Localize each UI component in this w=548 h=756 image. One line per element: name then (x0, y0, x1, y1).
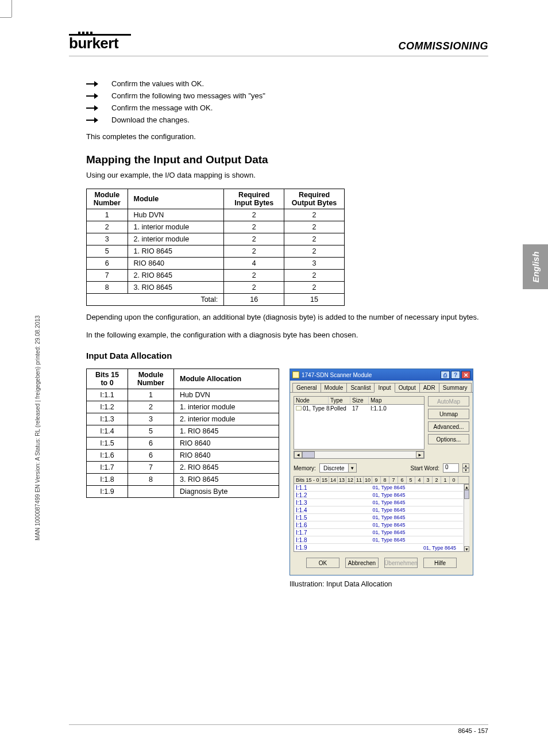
table-row: 1Hub DVN22 (87, 209, 345, 221)
bits-row-label: I:1.3 (294, 500, 321, 506)
bits-row[interactable]: I:1.901, Type 8645 (294, 544, 463, 551)
bits-row[interactable]: I:1.301, Type 8645 (294, 499, 463, 506)
brand-logo: burkert (69, 32, 131, 52)
table-row: I:1.332. interior module (87, 413, 279, 425)
scanner-window: 1747-SDN Scanner Module ⎙ ? ✕ GeneralMod… (290, 369, 473, 575)
help-button[interactable]: Hilfe (423, 558, 457, 568)
bits-row-label: I:1.6 (294, 522, 321, 528)
advanced-button[interactable]: Advanced... (428, 421, 469, 432)
bits-row-value: 01, Type 8645 (321, 522, 457, 528)
tab-output[interactable]: Output (395, 383, 420, 392)
input-alloc-table: Bits 15 to 0 Module Number Module Alloca… (86, 369, 279, 498)
scroll-thumb[interactable] (302, 451, 315, 458)
help-icon[interactable]: ? (451, 371, 460, 379)
closing-para: This completes the configuration. (86, 132, 488, 141)
bits-grid: Bits 15 - 01514131211109876543210 I:1.10… (294, 476, 469, 552)
bits-row-value: 01, Type 8645 (321, 529, 457, 535)
cancel-button[interactable]: Abbrechen (345, 558, 379, 568)
two-column-row: Bits 15 to 0 Module Number Module Alloca… (86, 369, 488, 588)
tab-input[interactable]: Input (374, 383, 395, 393)
scroll-left-icon[interactable]: ◄ (294, 451, 302, 458)
bit-col: 3 (424, 477, 433, 483)
table-row: I:1.9Diagnosis Byte (87, 486, 279, 498)
close-icon[interactable]: ✕ (461, 371, 470, 379)
diag-byte-para: Depending upon the configuration, an add… (86, 313, 488, 321)
ok-button[interactable]: OK (306, 558, 339, 568)
v-scrollbar[interactable]: ▲ ▼ (464, 484, 469, 552)
table-row: I:1.11Hub DVN (87, 389, 279, 401)
startword-label: Start Word: (411, 465, 439, 471)
startword-input[interactable]: 0 (443, 463, 459, 473)
titlebar[interactable]: 1747-SDN Scanner Module ⎙ ? ✕ (290, 369, 473, 381)
bits-row-label: I:1.5 (294, 515, 321, 521)
tab-summary[interactable]: Summary (439, 383, 472, 392)
bits-row[interactable]: I:1.101, Type 8645 (294, 484, 463, 492)
bits-row-label: I:1.4 (294, 507, 321, 513)
scroll-gutter (458, 477, 464, 483)
spin-up-icon[interactable]: ▲ (462, 463, 469, 468)
print-icon[interactable]: ⎙ (441, 371, 450, 379)
scroll-up-icon[interactable]: ▲ (464, 484, 469, 490)
scroll-right-icon[interactable]: ► (416, 451, 424, 458)
node-size: 17 (352, 405, 371, 412)
page-content: burkert COMMISSIONING Confirm the values… (69, 32, 488, 588)
th-module: Module (128, 189, 224, 209)
step-row: Confirm the message with OK. (86, 103, 488, 112)
bits-row[interactable]: I:1.701, Type 8645 (294, 529, 463, 536)
bit-col: 10 (364, 477, 372, 483)
bits-row[interactable]: I:1.801, Type 8645 (294, 536, 463, 544)
bit-col: 12 (346, 477, 355, 483)
node-list[interactable]: 01, Type 8... Polled 17 I:1.1.0 (294, 405, 424, 450)
bits-row[interactable]: I:1.201, Type 8645 (294, 492, 463, 499)
brand-text: burkert (69, 34, 131, 52)
scroll-track[interactable] (302, 451, 416, 458)
table-row: I:1.221. interior module (87, 401, 279, 413)
tab-general[interactable]: General (292, 383, 321, 392)
automap-button[interactable]: AutoMap (428, 396, 469, 406)
bits-row[interactable]: I:1.401, Type 8645 (294, 506, 463, 514)
node-icon (296, 406, 302, 410)
bits-body[interactable]: I:1.101, Type 8645I:1.201, Type 8645I:1.… (294, 484, 469, 552)
h-scrollbar[interactable]: ◄ ► (294, 451, 424, 459)
bit-col: 4 (415, 477, 424, 483)
bits-row-value: 01, Type 8645 (321, 492, 457, 498)
table-row: I:1.66RIO 8640 (87, 450, 279, 462)
side-note: MAN 1000087499 EN Version: A Status: RL … (34, 253, 41, 540)
section-title: COMMISSIONING (398, 40, 488, 52)
memory-combo[interactable]: Discrete ▼ (319, 463, 357, 473)
crop-mark (11, 0, 12, 17)
tab-module[interactable]: Module (321, 383, 348, 392)
bit-col: 2 (433, 477, 441, 483)
table-row: 72. RIO 864522 (87, 270, 345, 282)
bits-row[interactable]: I:1.501, Type 8645 (294, 514, 463, 521)
options-button[interactable]: Options... (428, 434, 469, 444)
tab-adr[interactable]: ADR (419, 383, 439, 392)
scroll-down-icon[interactable]: ▼ (464, 546, 469, 552)
window-title: 1747-SDN Scanner Module (302, 372, 372, 378)
bits-row-value: 01, Type 8645 (321, 500, 457, 505)
unmap-button[interactable]: Unmap (428, 409, 469, 419)
list-item[interactable]: 01, Type 8... Polled 17 I:1.1.0 (294, 405, 424, 412)
step-row: Confirm the following two messages with … (86, 91, 488, 100)
step-text: Download the changes. (111, 116, 488, 124)
node-name: 01, Type 8... (303, 405, 330, 412)
bits-row-label: I:1.8 (294, 537, 321, 543)
table-row: I:1.451. RIO 8645 (87, 425, 279, 438)
tab-strip: GeneralModuleScanlistInputOutputADRSumma… (290, 381, 473, 393)
bits-row[interactable]: I:1.601, Type 8645 (294, 521, 463, 529)
tab-scanlist[interactable]: Scanlist (346, 383, 375, 392)
bit-col: 5 (407, 477, 415, 483)
spinner[interactable]: ▲ ▼ (462, 463, 469, 473)
chevron-down-icon[interactable]: ▼ (348, 464, 356, 472)
scroll-thumb[interactable] (464, 490, 469, 499)
arrow-icon (86, 116, 111, 124)
bits-row-value: 01, Type 8645 (321, 515, 457, 520)
page-footer: 8645 - 157 (69, 724, 488, 734)
table-row: I:1.772. RIO 8645 (87, 462, 279, 474)
crop-mark (0, 17, 11, 18)
apply-button[interactable]: Übernehmen (384, 558, 418, 568)
spin-down-icon[interactable]: ▼ (462, 468, 469, 473)
bit-col: 7 (389, 477, 398, 483)
col-node: Node (294, 397, 329, 404)
th-output-bytes: Required Output Bytes (284, 189, 345, 209)
